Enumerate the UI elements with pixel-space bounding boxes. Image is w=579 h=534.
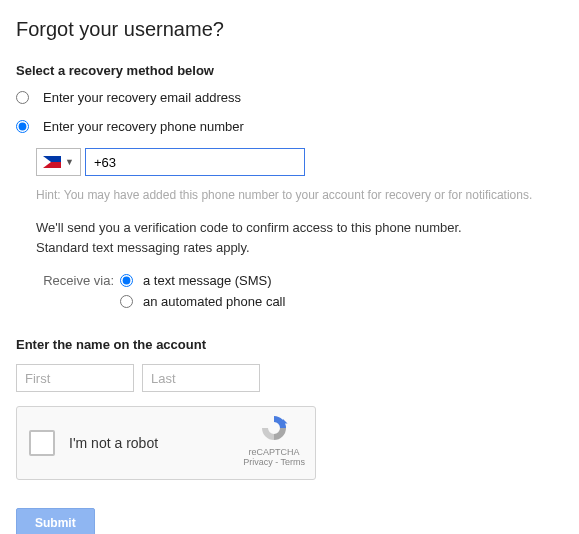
submit-button[interactable]: Submit	[16, 508, 95, 534]
recovery-phone-label: Enter your recovery phone number	[43, 119, 244, 134]
country-select[interactable]: ▼	[36, 148, 81, 176]
recovery-email-radio[interactable]	[16, 91, 29, 104]
phone-info-line1: We'll send you a verification code to co…	[36, 220, 462, 235]
phone-info: We'll send you a verification code to co…	[36, 218, 563, 257]
recaptcha-widget: I'm not a robot reCAPTCHA Privacy - Term…	[16, 406, 316, 480]
recaptcha-checkbox[interactable]	[29, 430, 55, 456]
phone-hint: Hint: You may have added this phone numb…	[36, 188, 563, 202]
last-name-input[interactable]	[142, 364, 260, 392]
recovery-option-email[interactable]: Enter your recovery email address	[16, 90, 563, 105]
recovery-heading: Select a recovery method below	[16, 63, 563, 78]
page-title: Forgot your username?	[16, 18, 563, 41]
recaptcha-icon	[258, 413, 290, 443]
receive-via-label: Receive via:	[36, 273, 114, 288]
chevron-down-icon: ▼	[65, 157, 74, 167]
phone-info-line2: Standard text messaging rates apply.	[36, 240, 250, 255]
receive-sms-label: a text message (SMS)	[143, 273, 272, 288]
flag-icon	[43, 156, 61, 168]
recovery-option-phone[interactable]: Enter your recovery phone number	[16, 119, 563, 134]
recaptcha-privacy-link[interactable]: Privacy	[243, 457, 273, 467]
recovery-email-label: Enter your recovery email address	[43, 90, 241, 105]
receive-call-label: an automated phone call	[143, 294, 285, 309]
recaptcha-terms-link[interactable]: Terms	[281, 457, 306, 467]
receive-option-sms-row[interactable]: Receive via: a text message (SMS)	[36, 273, 563, 288]
receive-option-call-row[interactable]: an automated phone call	[36, 294, 563, 309]
phone-input[interactable]	[85, 148, 305, 176]
receive-sms-radio[interactable]	[120, 274, 133, 287]
name-heading: Enter the name on the account	[16, 337, 563, 352]
recaptcha-label: I'm not a robot	[69, 435, 158, 451]
receive-call-radio[interactable]	[120, 295, 133, 308]
recaptcha-brand: reCAPTCHA	[243, 447, 305, 457]
first-name-input[interactable]	[16, 364, 134, 392]
recovery-phone-radio[interactable]	[16, 120, 29, 133]
